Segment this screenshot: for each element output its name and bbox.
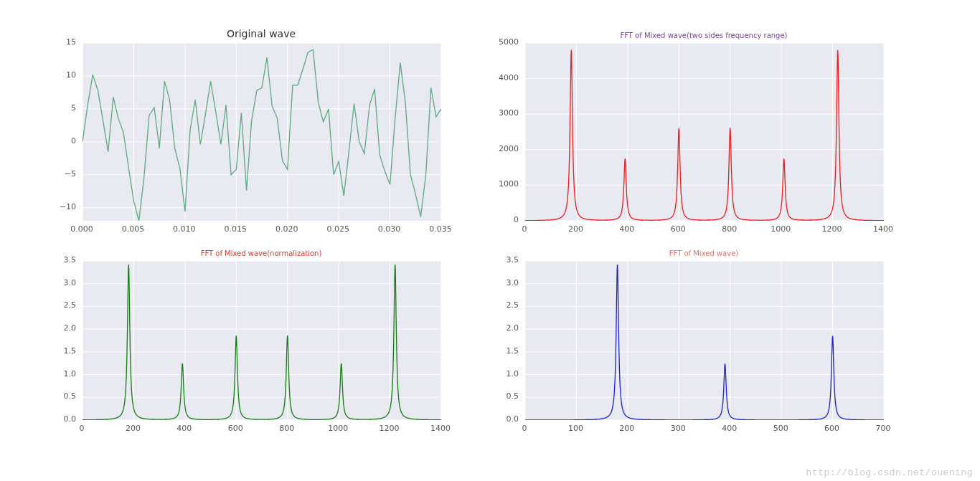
x-tick-label: 0.015: [225, 224, 248, 234]
x-tick-label: 400: [722, 424, 737, 433]
data-line: [525, 50, 884, 221]
x-tick-label: 1200: [822, 224, 842, 234]
x-tick-label: 1000: [771, 224, 791, 234]
x-tick-label: 1000: [328, 424, 348, 433]
x-tick-label: 600: [671, 224, 686, 234]
x-tick-label: 300: [671, 424, 686, 433]
x-tick-label: 0.025: [326, 224, 349, 234]
x-tick-label: 600: [228, 424, 243, 433]
x-tick-label: 0: [80, 424, 85, 433]
axes-area: [82, 42, 442, 222]
axes-area: [82, 260, 442, 421]
x-tick-label: 400: [176, 424, 192, 433]
plot-svg: [525, 261, 884, 420]
x-tick-label: 800: [279, 424, 294, 433]
x-tick-label: 0.030: [378, 224, 401, 234]
x-tick-label: 400: [619, 224, 634, 234]
axes-area: [524, 260, 885, 421]
x-tick-label: 200: [568, 224, 583, 234]
plot-svg: [83, 43, 441, 221]
x-tick-label: 200: [126, 424, 141, 433]
x-tick-label: 200: [619, 424, 634, 433]
x-tick-label: 600: [824, 424, 839, 433]
x-tick-label: 1200: [380, 424, 400, 433]
figure: Original wave 0.0000.0050.0100.0150.0200…: [0, 0, 980, 481]
x-tick-label: 0: [522, 424, 527, 433]
data-line: [525, 265, 884, 420]
x-tick-label: 0.010: [173, 224, 196, 234]
data-line: [83, 265, 441, 420]
chart-title: FFT of Mixed wave(normalization): [82, 249, 440, 257]
chart-title: Original wave: [82, 28, 440, 39]
x-tick-label: 100: [568, 424, 583, 433]
axes-area: [524, 42, 885, 222]
watermark-text: http://blog.csdn.net/ouening: [806, 467, 973, 478]
plot-svg: [525, 43, 884, 221]
chart-title: FFT of Mixed wave): [524, 249, 883, 257]
x-tick-label: 0.020: [275, 224, 298, 234]
chart-title: FFT of Mixed wave(two sides frequency ra…: [524, 32, 883, 39]
x-tick-label: 1400: [873, 224, 893, 234]
x-tick-label: 1400: [430, 424, 451, 433]
x-tick-label: 800: [722, 224, 737, 234]
data-line: [83, 49, 441, 221]
x-tick-label: 0.000: [70, 224, 93, 234]
x-tick-label: 0.035: [429, 224, 452, 234]
x-tick-label: 500: [773, 424, 788, 433]
x-tick-label: 700: [876, 424, 891, 433]
x-tick-label: 0: [522, 224, 527, 234]
x-tick-label: 0.005: [122, 224, 145, 234]
plot-svg: [83, 261, 441, 420]
